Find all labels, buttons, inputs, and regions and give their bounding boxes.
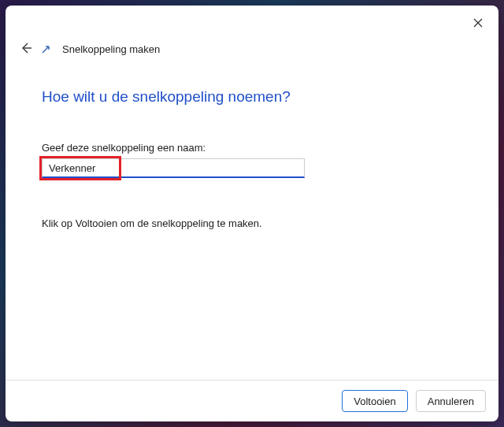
create-shortcut-wizard: Snelkoppeling maken Hoe wilt u de snelko… (6, 6, 498, 421)
back-arrow-icon[interactable] (20, 42, 32, 57)
wizard-footer: Voltooien Annuleren (6, 380, 498, 421)
finish-button[interactable]: Voltooien (342, 390, 408, 412)
wizard-heading: Hoe wilt u de snelkoppeling noemen? (42, 88, 462, 106)
shortcut-name-input[interactable] (42, 158, 305, 178)
cancel-button[interactable]: Annuleren (416, 390, 486, 412)
page-title: Snelkoppeling maken (62, 43, 160, 55)
name-input-wrap (42, 158, 305, 178)
name-field-label: Geef deze snelkoppeling een naam: (42, 142, 462, 154)
wizard-content: Hoe wilt u de snelkoppeling noemen? Geef… (6, 57, 498, 380)
wizard-header: Snelkoppeling maken (6, 6, 498, 57)
shortcut-icon (40, 44, 51, 55)
close-button[interactable] (465, 10, 491, 35)
finish-instruction: Klik op Voltooien om de snelkoppeling te… (42, 217, 462, 229)
